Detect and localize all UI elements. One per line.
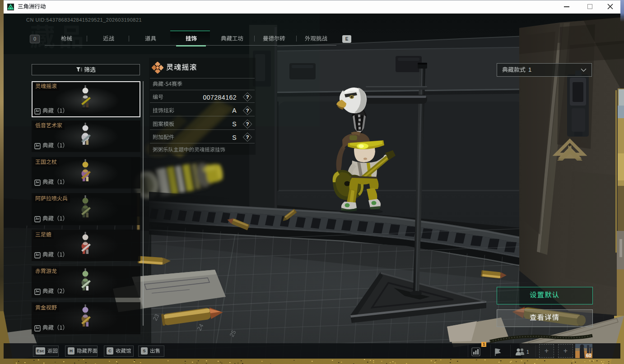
svg-text:?: ?	[246, 108, 249, 113]
svg-text:?: ?	[246, 135, 249, 140]
svg-text:?: ?	[246, 94, 249, 100]
svg-text:60: 60	[586, 353, 591, 358]
svg-text:?: ?	[246, 121, 249, 127]
